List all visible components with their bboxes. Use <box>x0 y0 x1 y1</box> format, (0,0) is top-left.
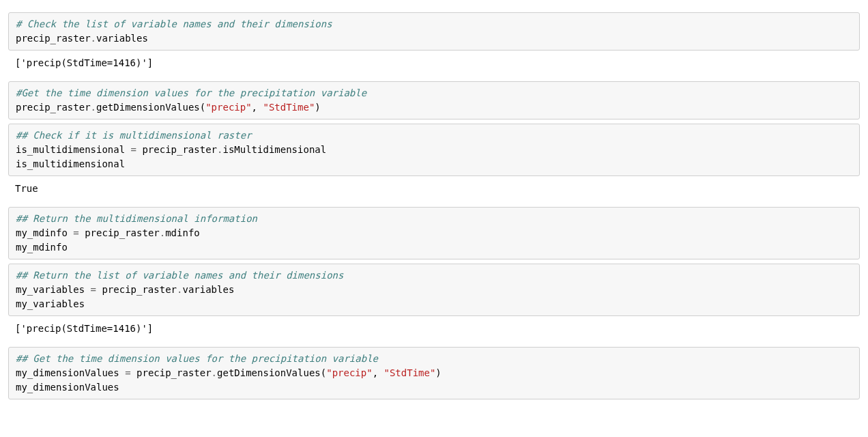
op-token: . <box>212 367 217 378</box>
code-token: my_mdinfo <box>16 242 68 253</box>
op-token: = <box>131 144 136 155</box>
output-cell: ['precip(StdTime=1416)'] <box>8 319 860 343</box>
code-token: is_multidimensional <box>16 158 125 169</box>
code-token: my_dimensionValues <box>16 367 125 378</box>
comment-token: ## Check if it is multidimensional raste… <box>16 130 252 141</box>
code-token: isMultidimensional <box>222 144 326 155</box>
str-token: "StdTime" <box>263 102 315 113</box>
code-token: my_mdinfo <box>16 227 73 238</box>
code-token: variables <box>182 284 234 295</box>
output-cell: True <box>8 179 860 203</box>
op-token: = <box>125 367 130 378</box>
str-token: "precip" <box>205 102 251 113</box>
op-token: . <box>91 33 96 44</box>
op-token: = <box>73 227 78 238</box>
code-cell: #Get the time dimension values for the p… <box>8 81 860 119</box>
code-cell: ## Return the list of variable names and… <box>8 264 860 316</box>
code-cell: ## Check if it is multidimensional raste… <box>8 124 860 176</box>
code-token: mdinfo <box>165 227 200 238</box>
str-token: "StdTime" <box>384 367 436 378</box>
comment-token: ## Return the list of variable names and… <box>16 270 343 281</box>
code-cell: # Check the list of variable names and t… <box>8 12 860 51</box>
comment-token: ## Get the time dimension values for the… <box>16 353 378 364</box>
str-token: "precip" <box>326 367 372 378</box>
code-token: my_variables <box>16 298 85 309</box>
code-token: my_variables <box>16 284 91 295</box>
code-token: ) <box>315 102 320 113</box>
op-token: . <box>91 102 96 113</box>
code-cell: ## Return the multidimensional informati… <box>8 207 860 259</box>
code-token: True <box>15 183 38 194</box>
code-token: , <box>373 367 384 378</box>
code-token: precip_raster <box>96 284 177 295</box>
code-token: ['precip(StdTime=1416)'] <box>15 323 153 334</box>
code-token: variables <box>96 33 148 44</box>
comment-token: #Get the time dimension values for the p… <box>16 87 366 98</box>
code-token: precip_raster <box>16 33 91 44</box>
comment-token: # Check the list of variable names and t… <box>16 18 332 29</box>
comment-token: ## Return the multidimensional informati… <box>16 213 257 224</box>
code-cell: ## Get the time dimension values for the… <box>8 347 860 399</box>
op-token: = <box>91 284 96 295</box>
op-token: . <box>160 227 165 238</box>
code-token: precip_raster <box>79 227 160 238</box>
code-token: precip_raster <box>131 367 212 378</box>
code-token: precip_raster <box>16 102 91 113</box>
code-token: is_multidimensional <box>16 144 131 155</box>
output-cell: ['precip(StdTime=1416)'] <box>8 53 860 77</box>
code-token: , <box>252 102 263 113</box>
code-token: getDimensionValues( <box>96 102 205 113</box>
notebook-container: # Check the list of variable names and t… <box>8 12 860 399</box>
code-token: precip_raster <box>136 144 217 155</box>
code-token: getDimensionValues( <box>217 367 326 378</box>
code-token: ) <box>435 367 441 378</box>
code-token: ['precip(StdTime=1416)'] <box>15 57 153 68</box>
code-token: my_dimensionValues <box>16 382 119 393</box>
